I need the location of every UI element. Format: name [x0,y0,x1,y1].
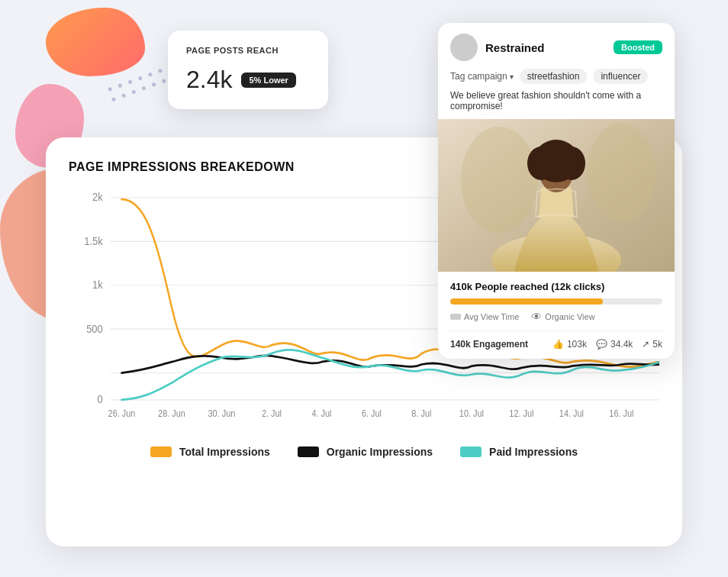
svg-text:14. Jul: 14. Jul [559,408,584,418]
post-stats: 410k People reached (12k clicks) Avg Vie… [438,272,675,359]
post-caption: We believe great fashion shouldn't come … [438,90,675,119]
svg-text:10. Jul: 10. Jul [459,408,484,418]
legend-color-organic [298,446,319,457]
post-card: Restrained Boosted Tag campaign ▾ street… [438,23,675,359]
svg-text:2. Jul: 2. Jul [262,408,282,418]
legend-label-total: Total Impressions [179,446,270,458]
legend-organic: Organic Impressions [298,446,433,458]
svg-text:12. Jul: 12. Jul [509,408,533,418]
tag-campaign-label[interactable]: Tag campaign ▾ [450,71,514,82]
svg-text:28. Jun: 28. Jun [158,408,185,418]
svg-text:26. Jun: 26. Jun [108,408,136,418]
post-reach-text: 410k People reached (12k clicks) [450,281,662,292]
eye-icon: 👁 [531,311,542,323]
post-username: Restrained [485,41,606,54]
comments-stat: 💬 34.4k [596,339,633,350]
reach-badge: 5% Lower [241,73,295,88]
svg-text:16. Jul: 16. Jul [609,408,633,418]
svg-text:1.5k: 1.5k [84,235,103,247]
legend-label-paid: Paid Impressions [489,446,578,458]
post-view-labels: Avg View Time 👁 Organic View [450,311,662,323]
svg-text:1k: 1k [92,279,103,292]
avg-view-icon [450,314,461,320]
post-image [438,119,675,272]
shares-stat: ↗ 5k [642,339,662,350]
legend-color-total [150,446,172,457]
comment-icon: 💬 [596,339,607,350]
legend-label-organic: Organic Impressions [327,446,433,458]
svg-point-7 [558,147,585,180]
progress-bar-fill [450,298,603,305]
chevron-down-icon: ▾ [510,73,514,81]
svg-text:0: 0 [97,394,103,406]
svg-point-2 [587,123,656,222]
tag-influencer[interactable]: influencer [593,69,648,84]
like-icon: 👍 [552,339,564,350]
progress-bar [450,298,662,305]
tag-streetfashion[interactable]: streetfashion [520,69,588,84]
boosted-badge: Boosted [614,40,662,54]
chart-legend: Total Impressions Organic Impressions Pa… [69,446,659,458]
post-card-header: Restrained Boosted [438,23,675,69]
share-icon: ↗ [642,339,649,350]
reach-card-title: PAGE POSTS REACH [186,46,310,55]
svg-point-6 [527,147,555,180]
svg-text:8. Jul: 8. Jul [411,408,431,418]
legend-color-paid [460,446,482,457]
legend-paid: Paid Impressions [460,446,578,458]
decorative-dots [107,76,167,94]
svg-text:2k: 2k [92,192,103,204]
svg-text:500: 500 [86,323,103,335]
post-engagement-row: 140k Engagement 👍 103k 💬 34.4k ↗ 5k [450,330,662,350]
svg-point-1 [461,127,537,234]
legend-total: Total Impressions [150,446,270,458]
svg-text:6. Jul: 6. Jul [362,408,382,418]
organic-view-label: 👁 Organic View [531,311,594,323]
reach-card-value: 2.4k [186,66,232,94]
engagement-total: 140k Engagement [450,339,543,350]
reach-card: PAGE POSTS REACH 2.4k 5% Lower [168,31,328,109]
avg-view-time-label: Avg View Time [450,312,519,321]
decorative-blob-orange [46,8,145,76]
avatar [450,34,478,61]
svg-text:30. Jun: 30. Jun [208,408,236,418]
likes-stat: 👍 103k [552,339,587,350]
svg-text:4. Jul: 4. Jul [311,408,331,418]
post-tags-row: Tag campaign ▾ streetfashion influencer [438,69,675,90]
